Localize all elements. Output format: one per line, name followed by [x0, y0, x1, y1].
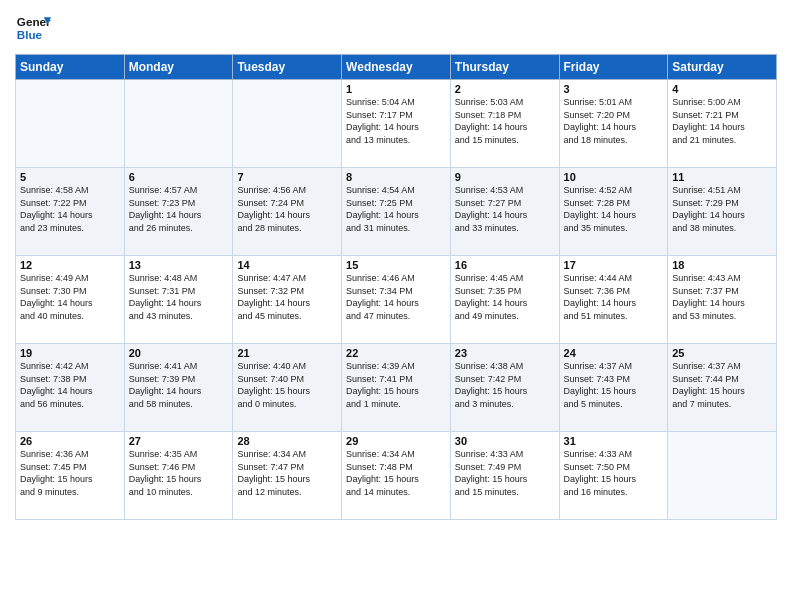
day-number: 31	[564, 435, 664, 447]
day-number: 27	[129, 435, 229, 447]
day-number: 5	[20, 171, 120, 183]
day-number: 1	[346, 83, 446, 95]
day-number: 30	[455, 435, 555, 447]
day-info: Sunrise: 4:51 AM Sunset: 7:29 PM Dayligh…	[672, 184, 772, 234]
day-info: Sunrise: 4:41 AM Sunset: 7:39 PM Dayligh…	[129, 360, 229, 410]
week-row-2: 5Sunrise: 4:58 AM Sunset: 7:22 PM Daylig…	[16, 168, 777, 256]
calendar-cell: 13Sunrise: 4:48 AM Sunset: 7:31 PM Dayli…	[124, 256, 233, 344]
day-number: 8	[346, 171, 446, 183]
day-info: Sunrise: 4:42 AM Sunset: 7:38 PM Dayligh…	[20, 360, 120, 410]
day-info: Sunrise: 4:33 AM Sunset: 7:49 PM Dayligh…	[455, 448, 555, 498]
calendar-cell: 4Sunrise: 5:00 AM Sunset: 7:21 PM Daylig…	[668, 80, 777, 168]
calendar: SundayMondayTuesdayWednesdayThursdayFrid…	[15, 54, 777, 520]
calendar-cell: 5Sunrise: 4:58 AM Sunset: 7:22 PM Daylig…	[16, 168, 125, 256]
day-info: Sunrise: 5:00 AM Sunset: 7:21 PM Dayligh…	[672, 96, 772, 146]
calendar-cell: 20Sunrise: 4:41 AM Sunset: 7:39 PM Dayli…	[124, 344, 233, 432]
svg-text:Blue: Blue	[17, 28, 43, 41]
calendar-cell: 24Sunrise: 4:37 AM Sunset: 7:43 PM Dayli…	[559, 344, 668, 432]
day-number: 3	[564, 83, 664, 95]
day-number: 7	[237, 171, 337, 183]
weekday-header-thursday: Thursday	[450, 55, 559, 80]
day-number: 20	[129, 347, 229, 359]
calendar-cell: 21Sunrise: 4:40 AM Sunset: 7:40 PM Dayli…	[233, 344, 342, 432]
day-number: 13	[129, 259, 229, 271]
calendar-cell: 11Sunrise: 4:51 AM Sunset: 7:29 PM Dayli…	[668, 168, 777, 256]
calendar-cell: 27Sunrise: 4:35 AM Sunset: 7:46 PM Dayli…	[124, 432, 233, 520]
day-info: Sunrise: 4:33 AM Sunset: 7:50 PM Dayligh…	[564, 448, 664, 498]
calendar-cell: 6Sunrise: 4:57 AM Sunset: 7:23 PM Daylig…	[124, 168, 233, 256]
day-number: 21	[237, 347, 337, 359]
calendar-cell	[124, 80, 233, 168]
day-info: Sunrise: 4:57 AM Sunset: 7:23 PM Dayligh…	[129, 184, 229, 234]
week-row-5: 26Sunrise: 4:36 AM Sunset: 7:45 PM Dayli…	[16, 432, 777, 520]
day-info: Sunrise: 4:52 AM Sunset: 7:28 PM Dayligh…	[564, 184, 664, 234]
calendar-cell: 22Sunrise: 4:39 AM Sunset: 7:41 PM Dayli…	[342, 344, 451, 432]
day-number: 10	[564, 171, 664, 183]
weekday-header-tuesday: Tuesday	[233, 55, 342, 80]
calendar-cell: 7Sunrise: 4:56 AM Sunset: 7:24 PM Daylig…	[233, 168, 342, 256]
weekday-header-row: SundayMondayTuesdayWednesdayThursdayFrid…	[16, 55, 777, 80]
calendar-cell: 18Sunrise: 4:43 AM Sunset: 7:37 PM Dayli…	[668, 256, 777, 344]
day-number: 12	[20, 259, 120, 271]
calendar-cell: 19Sunrise: 4:42 AM Sunset: 7:38 PM Dayli…	[16, 344, 125, 432]
weekday-header-friday: Friday	[559, 55, 668, 80]
day-info: Sunrise: 4:48 AM Sunset: 7:31 PM Dayligh…	[129, 272, 229, 322]
day-number: 9	[455, 171, 555, 183]
calendar-cell: 14Sunrise: 4:47 AM Sunset: 7:32 PM Dayli…	[233, 256, 342, 344]
calendar-cell: 31Sunrise: 4:33 AM Sunset: 7:50 PM Dayli…	[559, 432, 668, 520]
day-number: 23	[455, 347, 555, 359]
calendar-cell: 23Sunrise: 4:38 AM Sunset: 7:42 PM Dayli…	[450, 344, 559, 432]
day-info: Sunrise: 4:37 AM Sunset: 7:44 PM Dayligh…	[672, 360, 772, 410]
calendar-cell: 28Sunrise: 4:34 AM Sunset: 7:47 PM Dayli…	[233, 432, 342, 520]
day-info: Sunrise: 4:53 AM Sunset: 7:27 PM Dayligh…	[455, 184, 555, 234]
calendar-cell: 1Sunrise: 5:04 AM Sunset: 7:17 PM Daylig…	[342, 80, 451, 168]
day-number: 19	[20, 347, 120, 359]
calendar-cell	[16, 80, 125, 168]
day-info: Sunrise: 4:36 AM Sunset: 7:45 PM Dayligh…	[20, 448, 120, 498]
day-info: Sunrise: 4:44 AM Sunset: 7:36 PM Dayligh…	[564, 272, 664, 322]
week-row-3: 12Sunrise: 4:49 AM Sunset: 7:30 PM Dayli…	[16, 256, 777, 344]
day-info: Sunrise: 5:03 AM Sunset: 7:18 PM Dayligh…	[455, 96, 555, 146]
calendar-cell: 10Sunrise: 4:52 AM Sunset: 7:28 PM Dayli…	[559, 168, 668, 256]
calendar-cell: 26Sunrise: 4:36 AM Sunset: 7:45 PM Dayli…	[16, 432, 125, 520]
day-number: 17	[564, 259, 664, 271]
day-number: 29	[346, 435, 446, 447]
logo: General Blue	[15, 10, 55, 46]
day-number: 26	[20, 435, 120, 447]
logo-icon: General Blue	[15, 10, 51, 46]
day-info: Sunrise: 4:37 AM Sunset: 7:43 PM Dayligh…	[564, 360, 664, 410]
day-number: 14	[237, 259, 337, 271]
day-number: 25	[672, 347, 772, 359]
week-row-1: 1Sunrise: 5:04 AM Sunset: 7:17 PM Daylig…	[16, 80, 777, 168]
day-info: Sunrise: 4:49 AM Sunset: 7:30 PM Dayligh…	[20, 272, 120, 322]
calendar-cell: 8Sunrise: 4:54 AM Sunset: 7:25 PM Daylig…	[342, 168, 451, 256]
calendar-cell: 17Sunrise: 4:44 AM Sunset: 7:36 PM Dayli…	[559, 256, 668, 344]
day-number: 22	[346, 347, 446, 359]
weekday-header-sunday: Sunday	[16, 55, 125, 80]
day-info: Sunrise: 4:54 AM Sunset: 7:25 PM Dayligh…	[346, 184, 446, 234]
day-info: Sunrise: 4:46 AM Sunset: 7:34 PM Dayligh…	[346, 272, 446, 322]
calendar-cell: 9Sunrise: 4:53 AM Sunset: 7:27 PM Daylig…	[450, 168, 559, 256]
calendar-cell: 3Sunrise: 5:01 AM Sunset: 7:20 PM Daylig…	[559, 80, 668, 168]
day-info: Sunrise: 4:38 AM Sunset: 7:42 PM Dayligh…	[455, 360, 555, 410]
calendar-cell: 25Sunrise: 4:37 AM Sunset: 7:44 PM Dayli…	[668, 344, 777, 432]
day-info: Sunrise: 4:35 AM Sunset: 7:46 PM Dayligh…	[129, 448, 229, 498]
day-info: Sunrise: 4:43 AM Sunset: 7:37 PM Dayligh…	[672, 272, 772, 322]
calendar-cell: 29Sunrise: 4:34 AM Sunset: 7:48 PM Dayli…	[342, 432, 451, 520]
day-number: 16	[455, 259, 555, 271]
day-number: 24	[564, 347, 664, 359]
page: General Blue SundayMondayTuesdayWednesda…	[0, 0, 792, 612]
calendar-cell	[233, 80, 342, 168]
calendar-cell: 16Sunrise: 4:45 AM Sunset: 7:35 PM Dayli…	[450, 256, 559, 344]
weekday-header-wednesday: Wednesday	[342, 55, 451, 80]
day-number: 28	[237, 435, 337, 447]
weekday-header-monday: Monday	[124, 55, 233, 80]
calendar-cell: 15Sunrise: 4:46 AM Sunset: 7:34 PM Dayli…	[342, 256, 451, 344]
svg-text:General: General	[17, 15, 51, 28]
day-info: Sunrise: 5:04 AM Sunset: 7:17 PM Dayligh…	[346, 96, 446, 146]
day-number: 2	[455, 83, 555, 95]
day-info: Sunrise: 4:40 AM Sunset: 7:40 PM Dayligh…	[237, 360, 337, 410]
day-info: Sunrise: 4:34 AM Sunset: 7:48 PM Dayligh…	[346, 448, 446, 498]
day-number: 18	[672, 259, 772, 271]
day-info: Sunrise: 4:56 AM Sunset: 7:24 PM Dayligh…	[237, 184, 337, 234]
